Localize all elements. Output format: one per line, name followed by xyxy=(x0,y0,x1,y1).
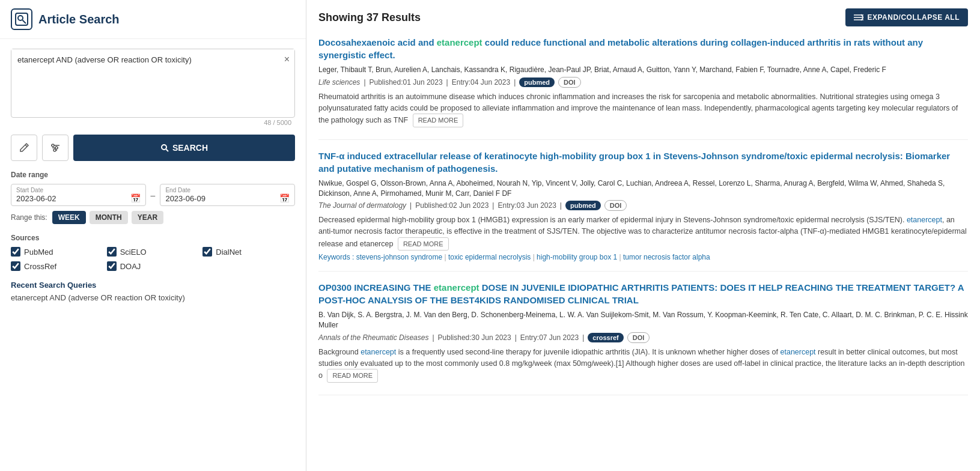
article-2-authors: Nwikue, Gospel G, Olsson-Brown, Anna A, … xyxy=(318,178,968,199)
end-date-value: 2023-06-09 xyxy=(165,194,205,203)
svg-point-9 xyxy=(53,149,56,151)
article-3-badge-doi[interactable]: DOI xyxy=(627,332,650,343)
crossref-label: CrossRef xyxy=(24,262,56,271)
source-doaj[interactable]: DOAJ xyxy=(107,261,199,271)
pubmed-label: PubMed xyxy=(24,248,53,257)
article-1-badge-pubmed[interactable]: pubmed xyxy=(519,77,555,87)
article-2-abstract: Decreased epidermal high-mobility group … xyxy=(318,214,968,251)
date-separator: – xyxy=(151,190,156,200)
search-area: etanercept AND (adverse OR reaction OR t… xyxy=(0,39,306,161)
results-count: Showing 37 Results xyxy=(318,11,421,24)
article-1-meta: Life sciences | Published:01 Jun 2023 | … xyxy=(318,77,968,88)
article-3-journal: Annals of the Rheumatic Diseases xyxy=(318,333,428,342)
toolbar-row: SEARCH xyxy=(11,135,295,161)
article-3-authors: B. Van Dijk, S. A. Bergstra, J. M. Van d… xyxy=(318,310,968,330)
app-header: Article Search xyxy=(0,0,306,39)
pubmed-checkbox[interactable] xyxy=(11,247,20,257)
clear-button[interactable]: × xyxy=(284,54,290,65)
article-3-title[interactable]: OP0300 INCREASING THE etanercept DOSE IN… xyxy=(318,281,968,306)
article-3: OP0300 INCREASING THE etanercept DOSE IN… xyxy=(318,281,968,395)
doaj-checkbox[interactable] xyxy=(107,261,117,271)
sources-grid: PubMed SciELO DialNet CrossRef DOAJ xyxy=(11,247,295,271)
article-2-title[interactable]: TNF-α induced extracellular release of k… xyxy=(318,150,968,175)
svg-point-7 xyxy=(52,144,54,147)
article-2-keywords[interactable]: Keywords : stevens-johnson syndrome | to… xyxy=(318,253,968,261)
svg-point-1 xyxy=(18,16,23,20)
crossref-checkbox[interactable] xyxy=(11,261,20,271)
svg-point-8 xyxy=(55,147,58,149)
scielo-checkbox[interactable] xyxy=(107,247,117,257)
date-inputs: Start Date 2023-06-02 📅 – End Date 2023-… xyxy=(11,184,295,206)
source-crossref[interactable]: CrossRef xyxy=(11,261,103,271)
range-label: Range this: xyxy=(11,213,47,222)
search-input[interactable]: etanercept AND (adverse OR reaction OR t… xyxy=(11,49,294,115)
dialnet-label: DialNet xyxy=(216,248,242,257)
article-2: TNF-α induced extracellular release of k… xyxy=(318,150,968,272)
article-3-meta: Annals of the Rheumatic Diseases | Publi… xyxy=(318,332,968,343)
end-date-calendar-icon[interactable]: 📅 xyxy=(279,193,290,203)
start-date-wrap[interactable]: Start Date 2023-06-02 📅 xyxy=(11,184,146,206)
article-2-entry: Entry:03 Jun 2023 xyxy=(498,201,556,210)
svg-line-3 xyxy=(25,145,27,147)
source-pubmed[interactable]: PubMed xyxy=(11,247,103,257)
start-date-calendar-icon[interactable]: 📅 xyxy=(130,193,141,203)
range-year-button[interactable]: YEAR xyxy=(132,211,163,224)
expand-collapse-button[interactable]: EXPAND/COLLAPSE ALL xyxy=(845,8,968,26)
sources-label: Sources xyxy=(11,234,295,242)
filter-button[interactable] xyxy=(42,135,68,161)
article-1-authors: Leger, Thibault T, Brun, Aurelien A, Lan… xyxy=(318,65,968,75)
left-panel: Article Search etanercept AND (adverse O… xyxy=(0,0,306,471)
app-title: Article Search xyxy=(38,13,120,26)
article-2-badge-doi[interactable]: DOI xyxy=(604,200,627,211)
end-date-wrap[interactable]: End Date 2023-06-09 📅 xyxy=(160,184,295,206)
scielo-label: SciELO xyxy=(120,248,147,257)
date-range-label: Date range xyxy=(11,171,295,179)
article-2-journal: The Journal of dermatology xyxy=(318,201,406,210)
search-textarea-wrap: etanercept AND (adverse OR reaction OR t… xyxy=(11,49,295,118)
sources-section: Sources PubMed SciELO DialNet CrossRef D… xyxy=(0,224,306,271)
article-1-title[interactable]: Docosahexaenoic acid and etanercept coul… xyxy=(318,36,968,61)
article-1-published: Published:01 Jun 2023 xyxy=(370,78,443,87)
end-date-label: End Date xyxy=(165,187,290,193)
right-panel: Showing 37 Results EXPAND/COLLAPSE ALL D… xyxy=(306,0,980,471)
expand-label: EXPAND/COLLAPSE ALL xyxy=(867,13,960,22)
search-button[interactable]: SEARCH xyxy=(73,135,295,161)
article-1-read-more[interactable]: READ MORE xyxy=(413,114,464,127)
start-date-value: 2023-06-02 xyxy=(16,194,56,203)
article-3-abstract: Background etanercept is a frequently us… xyxy=(318,347,968,383)
article-3-badge-crossref[interactable]: crossref xyxy=(588,333,623,342)
article-1-badge-doi[interactable]: DOI xyxy=(558,77,581,88)
app-icon xyxy=(11,8,32,30)
article-3-entry: Entry:07 Jun 2023 xyxy=(520,333,579,342)
article-1-entry: Entry:04 Jun 2023 xyxy=(452,78,510,87)
char-count: 48 / 5000 xyxy=(11,118,295,129)
date-range-section: Date range Start Date 2023-06-02 📅 – End… xyxy=(0,161,306,224)
start-date-label: Start Date xyxy=(16,187,141,193)
svg-line-11 xyxy=(166,150,168,152)
article-1: Docosahexaenoic acid and etanercept coul… xyxy=(318,36,968,140)
article-2-published: Published:02 Jun 2023 xyxy=(415,201,488,210)
range-week-button[interactable]: WEEK xyxy=(52,211,86,224)
range-buttons: Range this: WEEK MONTH YEAR xyxy=(11,211,295,224)
recent-query-0[interactable]: etanercept AND (adverse OR reaction OR t… xyxy=(11,293,295,302)
edit-button[interactable] xyxy=(11,135,37,161)
svg-point-10 xyxy=(162,145,166,150)
article-1-abstract: Rheumatoid arthritis is an autoimmune di… xyxy=(318,91,968,127)
article-3-published: Published:30 Jun 2023 xyxy=(438,333,511,342)
article-1-journal: Life sciences xyxy=(318,78,360,87)
article-2-badge-pubmed[interactable]: pubmed xyxy=(565,201,601,210)
source-dialnet[interactable]: DialNet xyxy=(202,247,295,257)
source-scielo[interactable]: SciELO xyxy=(107,247,199,257)
range-month-button[interactable]: MONTH xyxy=(90,211,128,224)
results-header: Showing 37 Results EXPAND/COLLAPSE ALL xyxy=(318,8,968,26)
recent-title: Recent Search Queries xyxy=(11,281,295,290)
dialnet-checkbox[interactable] xyxy=(202,247,212,257)
doaj-label: DOAJ xyxy=(120,262,141,271)
recent-section: Recent Search Queries etanercept AND (ad… xyxy=(0,271,306,302)
article-2-meta: The Journal of dermatology | Published:0… xyxy=(318,200,968,211)
article-2-read-more[interactable]: READ MORE xyxy=(398,237,449,251)
article-3-read-more[interactable]: READ MORE xyxy=(327,369,378,383)
svg-line-2 xyxy=(23,20,26,24)
